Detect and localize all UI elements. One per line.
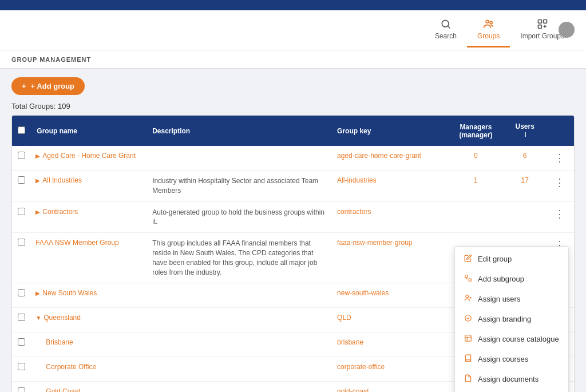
svg-rect-7	[465, 275, 468, 278]
menu-item-assign-courses[interactable]: Assign courses	[455, 349, 568, 369]
group-key-link[interactable]: faaa-nsw-member-group	[337, 239, 412, 247]
group-name-link[interactable]: Gold Coast	[46, 387, 80, 392]
group-name-cell: ▶All Industries	[31, 171, 146, 202]
users-cell: 6	[505, 146, 545, 171]
menu-item-assign-users[interactable]: Assign users	[455, 289, 568, 309]
group-name-cell: Gold Coast	[31, 382, 146, 392]
row-actions-button[interactable]: ⋮	[551, 176, 568, 189]
edit-icon	[464, 254, 472, 264]
table-row: ▶Contractors Auto-generated group to hol…	[12, 201, 574, 233]
row-checkbox[interactable]	[18, 363, 25, 370]
group-name-link[interactable]: Contractors	[42, 208, 78, 216]
menu-item-label: Assign branding	[478, 315, 531, 323]
col-header-actions	[545, 116, 575, 146]
description-cell	[146, 382, 331, 392]
menu-item-label: Assign users	[478, 295, 520, 303]
assign-branding-icon	[464, 314, 472, 324]
group-name-cell: ▼Queensland	[31, 308, 146, 332]
group-name-link[interactable]: Aged Care - Home Care Grant	[42, 152, 136, 160]
expand-icon[interactable]: ▶	[35, 177, 40, 184]
group-name-link[interactable]: Brisbane	[46, 338, 73, 346]
group-key-cell: corporate-office	[331, 357, 447, 382]
group-key-link[interactable]: All-industries	[337, 176, 377, 184]
avatar	[559, 22, 575, 38]
table-header-row: Group name Description Group key Manager…	[12, 116, 574, 146]
group-name-link[interactable]: New South Wales	[42, 289, 97, 297]
svg-rect-11	[465, 335, 472, 342]
nav-groups[interactable]: Groups	[467, 13, 510, 47]
page-header: GROUP MANAGEMENT	[0, 50, 586, 69]
svg-point-3	[490, 21, 492, 23]
col-header-users: Users i	[505, 116, 545, 146]
group-key-link[interactable]: gold-coast	[337, 387, 369, 392]
row-checkbox-cell	[12, 308, 31, 332]
total-groups: Total Groups: 109	[11, 102, 575, 110]
group-name-link[interactable]: All Industries	[42, 176, 82, 184]
group-name-cell: ▶New South Wales	[31, 283, 146, 308]
row-checkbox[interactable]	[18, 239, 25, 246]
actions-cell: ⋮	[545, 201, 575, 233]
actions-cell: ⋮	[545, 146, 575, 171]
managers-cell	[447, 201, 505, 233]
table-row: ▶All Industries Industry within Hospital…	[12, 171, 574, 202]
group-key-link[interactable]: new-south-wales	[337, 289, 389, 297]
group-key-link[interactable]: corporate-office	[337, 363, 385, 371]
svg-line-1	[448, 26, 450, 29]
row-checkbox-cell	[12, 332, 31, 357]
row-checkbox[interactable]	[18, 338, 25, 346]
expand-icon[interactable]: ▶	[35, 290, 40, 296]
content-area: + + Add group Total Groups: 109 Group na…	[0, 69, 586, 392]
group-name-link[interactable]: Corporate Office	[46, 363, 96, 371]
description-cell: Industry within Hospitality Sector and a…	[146, 171, 331, 202]
row-checkbox-cell	[12, 201, 31, 233]
description-text: Auto-generated group to hold the busines…	[152, 208, 324, 226]
col-header-group-name: Group name	[31, 116, 146, 146]
description-cell	[146, 146, 331, 171]
group-name-link[interactable]: Queensland	[43, 314, 81, 322]
row-checkbox[interactable]	[18, 387, 25, 392]
menu-item-assign-branding[interactable]: Assign branding	[455, 309, 568, 329]
svg-point-9	[466, 295, 469, 298]
managers-cell: 1	[447, 171, 505, 202]
menu-item-edit-group[interactable]: Edit group	[455, 249, 568, 269]
description-cell	[146, 308, 331, 332]
group-name-cell: Corporate Office	[31, 357, 146, 382]
group-key-link[interactable]: brisbane	[337, 338, 363, 346]
menu-item-assign-documents[interactable]: Assign documents	[455, 369, 568, 389]
add-subgroup-icon	[464, 274, 472, 284]
add-group-label: + Add group	[31, 82, 74, 90]
group-key-cell: faaa-nsw-member-group	[331, 233, 447, 283]
description-cell: Auto-generated group to hold the busines…	[146, 201, 331, 233]
group-key-link[interactable]: contractors	[337, 208, 371, 216]
row-actions-button[interactable]: ⋮	[551, 208, 568, 220]
row-checkbox-cell	[12, 382, 31, 392]
collapse-icon[interactable]: ▼	[35, 315, 41, 321]
group-key-cell: contractors	[331, 201, 447, 233]
expand-icon[interactable]: ▶	[35, 209, 40, 215]
menu-item-add-subgroup[interactable]: Add subgroup	[455, 269, 568, 289]
row-actions-button[interactable]: ⋮	[551, 152, 568, 164]
description-text: This group includes all FAAA financial m…	[152, 239, 317, 276]
users-info-icon[interactable]: i	[521, 131, 529, 139]
group-key-link[interactable]: QLD	[337, 314, 351, 322]
select-all-checkbox[interactable]	[18, 126, 25, 134]
description-text: Industry within Hospitality Sector and a…	[152, 177, 318, 195]
row-checkbox[interactable]	[18, 289, 25, 296]
actions-cell: ⋮	[545, 171, 575, 202]
nav-groups-label: Groups	[477, 32, 500, 40]
row-checkbox[interactable]	[18, 152, 25, 159]
row-checkbox[interactable]	[18, 314, 25, 321]
menu-item-label: Assign courses	[478, 355, 528, 363]
expand-icon[interactable]: ▶	[35, 153, 40, 159]
row-checkbox[interactable]	[18, 208, 25, 215]
nav-search[interactable]: Search	[425, 13, 467, 47]
menu-item-assign-events[interactable]: Assign events	[455, 389, 568, 392]
menu-item-assign-course-catalogue[interactable]: Assign course catalogue	[455, 329, 568, 349]
group-key-link[interactable]: aged-care-home-care-grant	[337, 152, 421, 160]
svg-rect-8	[469, 279, 471, 281]
row-checkbox[interactable]	[18, 176, 25, 184]
description-cell	[146, 332, 331, 357]
group-name-link[interactable]: FAAA NSW Member Group	[35, 239, 118, 247]
row-checkbox-cell	[12, 233, 31, 283]
add-group-button[interactable]: + + Add group	[11, 77, 85, 95]
